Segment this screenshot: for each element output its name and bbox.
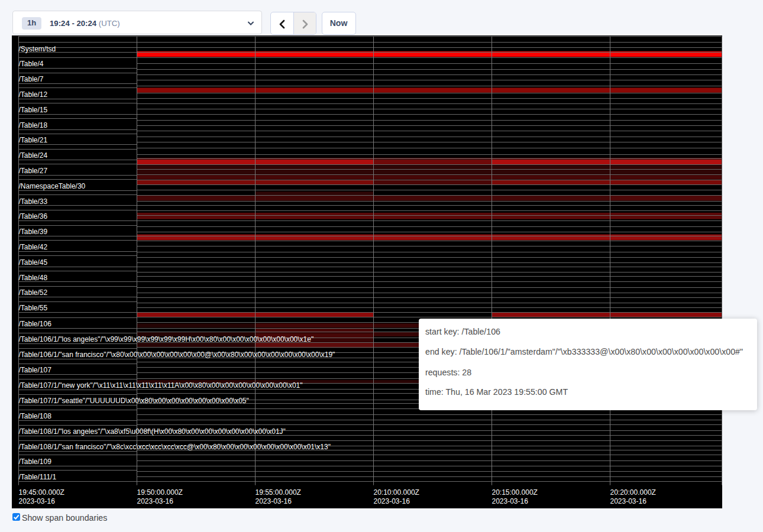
svg-text:/Table/111/1: /Table/111/1 (19, 473, 57, 481)
svg-text:/Table/39: /Table/39 (19, 228, 48, 236)
svg-text:2023-03-16: 2023-03-16 (19, 497, 56, 505)
svg-text:/Table/45: /Table/45 (19, 258, 48, 267)
svg-text:/Table/52: /Table/52 (19, 288, 48, 297)
svg-text:/Table/21: /Table/21 (19, 136, 48, 144)
svg-text:/Table/108/1/"san francisco"/": /Table/108/1/"san francisco"/"\x8c\xcc\x… (19, 443, 331, 451)
svg-text:20:15:00.000Z: 20:15:00.000Z (492, 488, 538, 497)
svg-text:/Table/108: /Table/108 (19, 412, 52, 420)
svg-text:/Table/42: /Table/42 (19, 243, 48, 251)
svg-text:/Table/48: /Table/48 (19, 274, 48, 282)
svg-text:/Table/33: /Table/33 (19, 197, 48, 206)
svg-text:/Table/107/1/"seattle"/"UUUUUU: /Table/107/1/"seattle"/"UUUUUUD\x00\x80\… (19, 397, 249, 405)
svg-text:/Table/106/1/"los angeles"/"\x: /Table/106/1/"los angeles"/"\x99\x99\x99… (19, 335, 314, 343)
svg-text:/Table/12: /Table/12 (19, 90, 48, 99)
svg-text:/Table/55: /Table/55 (19, 304, 48, 312)
svg-text:2023-03-16: 2023-03-16 (492, 497, 529, 505)
svg-text:/Table/106/1/"san francisco"/": /Table/106/1/"san francisco"/"\x80\x00\x… (19, 351, 335, 359)
svg-text:2023-03-16: 2023-03-16 (137, 497, 174, 505)
svg-text:/Table/109: /Table/109 (19, 458, 52, 466)
svg-text:2023-03-16: 2023-03-16 (374, 497, 410, 505)
svg-text:20:20:00.000Z: 20:20:00.000Z (610, 488, 656, 497)
svg-text:/NamespaceTable/30: /NamespaceTable/30 (19, 182, 86, 190)
svg-text:/Table/106: /Table/106 (19, 320, 52, 328)
svg-text:19:50:00.000Z: 19:50:00.000Z (137, 488, 183, 497)
svg-text:/Table/15: /Table/15 (19, 106, 48, 114)
svg-text:/Table/36: /Table/36 (19, 212, 48, 220)
svg-text:/Table/107: /Table/107 (19, 366, 52, 374)
svg-text:/System/tsd: /System/tsd (19, 45, 56, 53)
svg-text:/Table/108/1/"los angeles"/"\x: /Table/108/1/"los angeles"/"\xa8\xf5\u00… (19, 427, 286, 436)
svg-text:/Table/7: /Table/7 (19, 75, 44, 83)
svg-text:20:10:00.000Z: 20:10:00.000Z (374, 488, 419, 497)
svg-text:2023-03-16: 2023-03-16 (256, 497, 292, 505)
svg-text:/Table/107/1/"new york"/"\x11\: /Table/107/1/"new york"/"\x11\x11\x11\x1… (19, 381, 303, 390)
svg-text:/Table/24: /Table/24 (19, 151, 48, 160)
svg-text:/Table/4: /Table/4 (19, 60, 44, 68)
svg-text:/Table/18: /Table/18 (19, 121, 48, 129)
svg-text:19:55:00.000Z: 19:55:00.000Z (256, 488, 301, 497)
svg-text:19:45:00.000Z: 19:45:00.000Z (19, 488, 64, 497)
svg-text:2023-03-16: 2023-03-16 (610, 497, 647, 505)
svg-text:/Table/27: /Table/27 (19, 167, 48, 175)
